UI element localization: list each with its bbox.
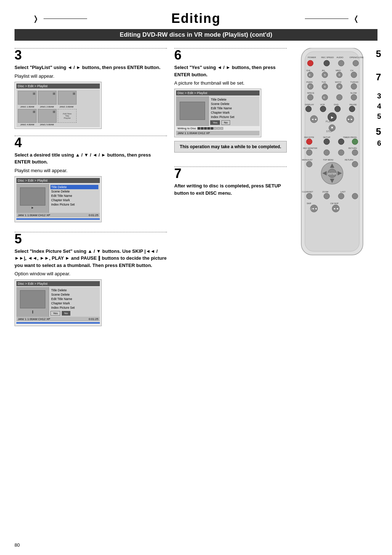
- svg-text:SPACE: SPACE: [307, 92, 314, 94]
- step-7-block: 7 After writing to disc is completed, pr…: [174, 166, 287, 199]
- step6-screen: Disc > Edit > Playlist Title Delete Scen…: [174, 89, 261, 137]
- step3-label2: JAN/1 2:00AM: [37, 106, 56, 108]
- step5-menu-item-1: Title Delete: [50, 288, 98, 292]
- svg-point-7: [324, 60, 330, 66]
- step5-heading-bold: Select "Index Picture Set" using ▲ / ▼ b…: [15, 248, 167, 268]
- svg-point-67: [324, 150, 330, 155]
- step4-progress-bar: [16, 218, 100, 220]
- sq2: [201, 127, 204, 130]
- svg-text:◄◄: ◄◄: [311, 118, 317, 121]
- step3-thumb4-icon: ▦: [33, 110, 36, 113]
- step5-number: 5: [15, 232, 167, 246]
- svg-point-34: [307, 94, 313, 100]
- step3-add-new: Add NewTitlePlaylist: [58, 109, 77, 123]
- step-4-block: 4 Select a desired title using ▲ / ▼ / ◄…: [15, 135, 167, 222]
- sq5: [211, 127, 213, 130]
- svg-point-9: [353, 60, 359, 66]
- svg-text:REC/OTR: REC/OTR: [304, 136, 314, 138]
- step6-thumb-area: [176, 96, 209, 126]
- svg-text:PQRS: PQRS: [306, 81, 313, 83]
- step6-number: 6: [174, 49, 287, 62]
- step3-thumb-4: ▦: [18, 109, 37, 123]
- step3-thumb-1: ▦: [18, 91, 37, 105]
- sq1: [197, 127, 200, 130]
- step6-no-btn: No: [221, 120, 230, 125]
- svg-text:TIMER PROG.: TIMER PROG.: [343, 136, 358, 138]
- svg-text:CLEAR/SET: CLEAR/SET: [302, 191, 313, 193]
- step6-writing-bar: Writing to Disc: [176, 126, 260, 131]
- step4-menu-list: Title Delete Scene Delete Edit Title Nam…: [49, 184, 100, 213]
- step6-menu-item-5: Index Picture Set: [210, 115, 258, 119]
- svg-point-61: [324, 139, 330, 145]
- step5-subtext: Option window will appear.: [15, 271, 167, 276]
- svg-text:RETURN: RETURN: [345, 159, 353, 161]
- step7-number: 7: [174, 167, 287, 180]
- step6-heading: Select "Yes" using ◄ / ► buttons, then p…: [174, 64, 287, 78]
- svg-point-69: [352, 150, 358, 155]
- subtitle-bar: Editing DVD-RW discs in VR mode (Playlis…: [15, 29, 377, 41]
- svg-text:PAUSE: PAUSE: [350, 104, 357, 106]
- svg-text:CH: CH: [350, 69, 354, 72]
- step7-heading-bold: After writing to disc is completed, pres…: [174, 183, 281, 196]
- title-arrow-right: ❬: [353, 14, 359, 23]
- operation-note-text: This operation may take a while to be co…: [180, 144, 281, 149]
- step5-footer-time: 0:01:25: [89, 317, 98, 321]
- step5-progress-bar: [16, 322, 100, 324]
- svg-point-68: [338, 150, 344, 155]
- svg-text:5: 5: [324, 73, 326, 77]
- svg-point-37: [336, 94, 342, 100]
- step4-menu-item-4: Chapter Mark: [50, 198, 98, 202]
- svg-text:POWER: POWER: [308, 56, 316, 58]
- svg-point-63: [352, 139, 358, 145]
- svg-point-86: [324, 193, 330, 199]
- step6-menu-item-2: Scene Delete: [210, 102, 258, 106]
- svg-text:STOP: STOP: [326, 130, 333, 133]
- svg-point-8: [338, 60, 344, 66]
- svg-point-81: [352, 161, 358, 167]
- step6-yes-btn: Yes: [210, 120, 220, 125]
- step4-heading: Select a desired title using ▲ / ▼ / ◄ /…: [15, 151, 167, 166]
- step4-screen-header: Disc > Edit > Playlist: [16, 178, 100, 183]
- svg-text:TOP MENU: TOP MENU: [323, 159, 334, 161]
- sq6: [214, 127, 217, 130]
- side-num-6: 6: [376, 138, 381, 148]
- step4-menu-item-3: Edit Title Name: [50, 194, 98, 198]
- step5-menu-item-2: Scene Delete: [50, 292, 98, 297]
- step4-subtext: Playlist menu will appear.: [15, 168, 167, 173]
- step4-menu-item-5: Index Picture Set: [50, 202, 98, 207]
- step5-screen-footer: JAN/ 1 1:00AM CH12 XP 0:01:25: [16, 317, 100, 321]
- step3-thumb-3: ▦: [58, 91, 77, 105]
- step6-progress-squares: [197, 127, 223, 130]
- step5-thumb: [20, 290, 45, 308]
- svg-point-20: [351, 72, 357, 78]
- step4-thumb: [20, 187, 45, 206]
- svg-text:CM SKIP: CM SKIP: [330, 202, 339, 204]
- step4-screen-footer: JAN/ 1 1:00AM CH12 XP 0:01:25: [16, 213, 100, 218]
- step4-footer-left: JAN/ 1 1:00AM CH12 XP: [18, 214, 50, 217]
- step4-thumb-area: ▶: [16, 184, 49, 213]
- step4-arrow: ▶: [32, 206, 33, 209]
- step6-menu-item-4: Chapter Mark: [210, 110, 258, 115]
- step3-thumbs-row1: ▦ ▦ ▦: [18, 91, 98, 105]
- svg-point-45: [335, 106, 340, 112]
- svg-text:OPEN/CLOSE: OPEN/CLOSE: [350, 56, 364, 58]
- svg-text:ENTER: ENTER: [328, 173, 336, 175]
- sq3: [204, 127, 207, 130]
- svg-text:TV/DVD: TV/DVD: [350, 81, 359, 83]
- step3-heading-bold: Select "PlayList" using ◄ / ► buttons, t…: [15, 65, 160, 70]
- svg-point-60: [306, 139, 312, 145]
- svg-text:9: 9: [339, 85, 340, 88]
- step4-footer-time: 0:01:25: [89, 214, 98, 217]
- step6-footer-left: JAN/ 1 1:00AM CH12 XP: [177, 131, 210, 135]
- side-num-7: 7: [376, 71, 381, 84]
- step6-menu-item-1: Title Delete: [210, 97, 258, 102]
- svg-text:►►: ►►: [347, 118, 353, 121]
- step6-yn-box: Yes No: [210, 120, 258, 125]
- svg-text:MNO: MNO: [336, 69, 341, 72]
- svg-text:6: 6: [339, 73, 340, 77]
- mid-column: 6 Select "Yes" using ◄ / ► buttons, then…: [174, 48, 287, 326]
- svg-text:WXYZ: WXYZ: [335, 81, 342, 83]
- svg-point-80: [306, 161, 312, 167]
- svg-text:DISPLAY: DISPLAY: [305, 104, 314, 106]
- step5-screen-body: ‖ Title Delete Scene Delete Edit Title N…: [16, 287, 100, 317]
